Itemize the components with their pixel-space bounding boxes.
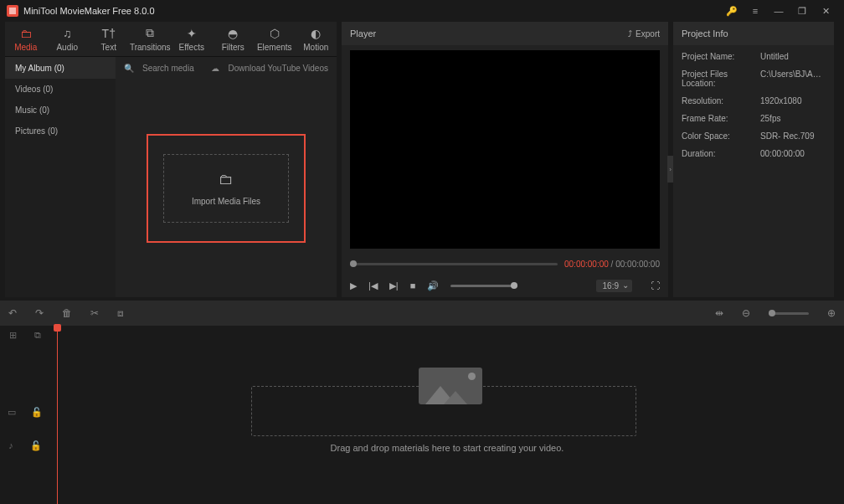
- player-title: Player: [350, 28, 376, 39]
- tab-label: Motion: [303, 43, 328, 52]
- video-track-icon[interactable]: ▭: [8, 407, 16, 418]
- lock-icon[interactable]: 🔓: [30, 440, 42, 451]
- info-row-colorspace: Color Space:SDR- Rec.709: [682, 131, 826, 141]
- fullscreen-icon[interactable]: ⛶: [651, 280, 660, 291]
- tab-effects[interactable]: ✦Effects: [171, 22, 213, 56]
- tab-text[interactable]: T†Text: [88, 22, 130, 56]
- lock-icon[interactable]: 🔓: [31, 407, 43, 418]
- timeline-toolbar: ↶ ↷ 🗑 ✂ ⧈ ⇹ ⊖ ⊕: [0, 301, 844, 326]
- sidebar-item-videos[interactable]: Videos (0): [5, 79, 116, 100]
- search-icon[interactable]: 🔍: [124, 64, 134, 73]
- app-logo: [7, 5, 18, 17]
- play-icon[interactable]: ▶: [350, 280, 357, 291]
- audio-track-icon[interactable]: ♪: [8, 440, 13, 450]
- playhead[interactable]: [57, 326, 58, 504]
- sidebar-item-myalbum[interactable]: My Album (0): [5, 57, 116, 79]
- info-row-resolution: Resolution:1920x1080: [682, 96, 826, 105]
- zoom-in-icon[interactable]: ⊕: [827, 307, 836, 319]
- info-value: SDR- Rec.709: [760, 131, 826, 141]
- import-box: 🗀 Import Media Files: [147, 134, 306, 243]
- tab-label: Audio: [56, 43, 78, 52]
- sidebar-item-music[interactable]: Music (0): [5, 100, 116, 121]
- motion-icon: ◐: [311, 27, 321, 40]
- tab-audio[interactable]: ♫Audio: [47, 22, 89, 56]
- media-stage: 🗀 Import Media Files: [116, 79, 337, 297]
- media-toolbar: 🔍 Search media ☁ Download YouTube Videos: [116, 57, 337, 79]
- crop-icon[interactable]: ⧈: [117, 307, 124, 319]
- fit-icon[interactable]: ⇹: [715, 307, 723, 319]
- elements-icon: ⬡: [270, 27, 280, 40]
- add-track-icon[interactable]: ⊞: [9, 330, 17, 341]
- tab-label: Text: [101, 43, 116, 52]
- menu-icon[interactable]: ≡: [744, 0, 767, 22]
- info-body: Project Name:Untitled Project Files Loca…: [673, 45, 834, 165]
- volume-handle[interactable]: [511, 282, 517, 289]
- track-header-clip: ⊞ ⧉: [0, 326, 50, 344]
- tab-label: Transitions: [130, 43, 171, 52]
- track-header-audio: ♪ 🔓: [0, 436, 50, 455]
- video-preview[interactable]: [350, 50, 660, 249]
- tab-label: Media: [14, 43, 37, 52]
- delete-icon[interactable]: 🗑: [62, 307, 72, 319]
- tab-filters[interactable]: ◓Filters: [213, 22, 255, 56]
- project-info-panel: › Project Info Project Name:Untitled Pro…: [673, 22, 834, 297]
- prev-frame-icon[interactable]: |◀: [368, 280, 378, 291]
- info-value: 25fps: [760, 114, 826, 123]
- duplicate-track-icon[interactable]: ⧉: [34, 330, 41, 341]
- scrub-handle[interactable]: [350, 260, 357, 267]
- export-button[interactable]: ⤴ Export: [628, 29, 660, 39]
- sidebar-item-pictures[interactable]: Pictures (0): [5, 121, 116, 141]
- track-header-video: ▭ 🔓: [0, 403, 50, 421]
- volume-icon[interactable]: 🔊: [427, 280, 439, 291]
- tab-label: Filters: [222, 43, 244, 52]
- effects-icon: ✦: [187, 27, 197, 40]
- upgrade-icon[interactable]: 🔑: [720, 0, 744, 22]
- info-value: 00:00:00:00: [760, 149, 826, 158]
- folder-icon: 🗀: [20, 27, 32, 40]
- track-headers: ⊞ ⧉ ▭ 🔓 ♪ 🔓: [0, 326, 50, 504]
- info-row-name: Project Name:Untitled: [682, 52, 826, 61]
- tab-label: Effects: [179, 43, 204, 52]
- time-total: / 00:00:00:00: [609, 260, 660, 269]
- close-icon[interactable]: ✕: [814, 0, 837, 22]
- download-youtube-link[interactable]: Download YouTube Videos: [228, 64, 328, 73]
- info-label: Duration:: [682, 149, 760, 158]
- stop-icon[interactable]: ■: [410, 280, 416, 291]
- track-area[interactable]: Drag and drop materials here to start cr…: [50, 326, 844, 504]
- info-label: Project Name:: [682, 52, 760, 61]
- cut-icon[interactable]: ✂: [90, 307, 99, 319]
- volume-slider[interactable]: [450, 285, 517, 287]
- export-icon: ⤴: [628, 29, 632, 39]
- tab-motion[interactable]: ◐Motion: [296, 22, 337, 56]
- download-icon[interactable]: ☁: [211, 64, 219, 73]
- collapse-panel-icon[interactable]: ›: [667, 156, 673, 183]
- export-label: Export: [636, 29, 660, 39]
- import-media-button[interactable]: 🗀 Import Media Files: [163, 154, 289, 223]
- info-label: Project Files Location:: [682, 69, 760, 88]
- scrubber: 00:00:00:00 / 00:00:00:00: [342, 254, 668, 274]
- tab-elements[interactable]: ⬡Elements: [254, 22, 296, 56]
- zoom-handle[interactable]: [769, 310, 775, 316]
- info-row-location: Project Files Location:C:\Users\BJ\App..…: [682, 69, 826, 88]
- next-frame-icon[interactable]: ▶|: [389, 280, 399, 291]
- drop-zone[interactable]: [251, 386, 636, 436]
- media-panel: 🗀Media ♫Audio T†Text ⧉Transitions ✦Effec…: [5, 22, 337, 297]
- svg-rect-0: [9, 8, 16, 14]
- time-current: 00:00:00:00: [564, 260, 609, 269]
- undo-icon[interactable]: ↶: [8, 307, 17, 319]
- redo-icon[interactable]: ↷: [35, 307, 44, 319]
- tab-media[interactable]: 🗀Media: [5, 22, 47, 56]
- minimize-icon[interactable]: —: [767, 0, 790, 22]
- text-icon: T†: [102, 27, 116, 40]
- info-label: Frame Rate:: [682, 114, 760, 123]
- aspect-ratio-select[interactable]: 16:9: [596, 280, 632, 292]
- search-placeholder[interactable]: Search media: [142, 64, 203, 73]
- zoom-out-icon[interactable]: ⊖: [742, 307, 750, 319]
- timeline: ⊞ ⧉ ▭ 🔓 ♪ 🔓 Drag and drop materials here…: [0, 326, 844, 504]
- titlebar: MiniTool MovieMaker Free 8.0.0 🔑 ≡ — ❐ ✕: [0, 0, 844, 22]
- zoom-slider[interactable]: [769, 312, 809, 315]
- tab-transitions[interactable]: ⧉Transitions: [130, 22, 172, 56]
- info-label: Color Space:: [682, 131, 760, 141]
- maximize-icon[interactable]: ❐: [790, 0, 814, 22]
- scrub-track[interactable]: [350, 263, 558, 265]
